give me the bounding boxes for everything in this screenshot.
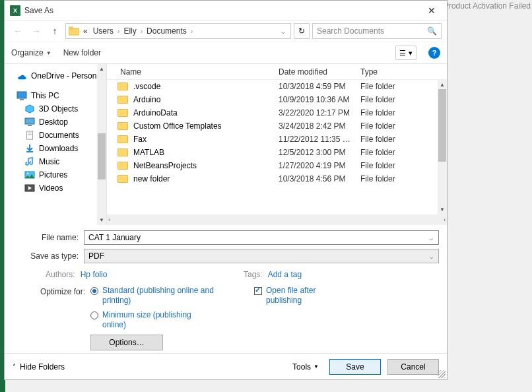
address-dropdown-icon[interactable]: ⌵	[279, 28, 288, 35]
tags-label: Tags:	[244, 270, 263, 279]
cancel-button[interactable]: Cancel	[387, 359, 439, 375]
file-rows: .vscode10/3/2018 4:59 PMFile folderArdui…	[107, 80, 447, 214]
nav-label: Downloads	[39, 144, 78, 153]
col-type[interactable]: Type	[360, 67, 447, 77]
list-vscrollbar[interactable]: ▲ ▼	[438, 80, 447, 214]
nav-documents[interactable]: Documents	[5, 129, 106, 142]
svg-rect-1	[69, 27, 73, 29]
radio-minimum[interactable]: Minimum size (publishing online)	[90, 310, 216, 331]
radio-standard[interactable]: Standard (publishing online and printing…	[90, 286, 216, 306]
crumb-elly[interactable]: Elly	[122, 26, 137, 36]
file-name-input[interactable]: CAT 1 January ⌵	[84, 230, 439, 245]
table-row[interactable]: Custom Office Templates3/24/2018 2:42 PM…	[107, 119, 447, 133]
navigation-pane: OneDrive - Person This PC 3D Objects Des…	[5, 64, 107, 225]
crumb-sep: ›	[117, 28, 119, 35]
nav-onedrive[interactable]: OneDrive - Person	[5, 69, 106, 82]
radio-standard-label: Standard (publishing online and printing…	[102, 286, 216, 306]
file-name: Custom Office Templates	[133, 121, 222, 131]
table-row[interactable]: .vscode10/3/2018 4:59 PMFile folder	[107, 80, 447, 93]
col-date[interactable]: Date modified	[279, 67, 360, 77]
folder-icon	[117, 82, 128, 90]
crumb-documents[interactable]: Documents	[145, 26, 188, 36]
file-name-label: File name:	[13, 233, 84, 242]
file-type: File folder	[360, 108, 447, 117]
list-vscrollbar-thumb[interactable]	[438, 89, 446, 162]
folder-icon	[117, 109, 128, 117]
organize-button[interactable]: Organize ▼	[11, 48, 51, 57]
optimize-label: Optimize for:	[40, 286, 85, 350]
file-type: File folder	[360, 135, 447, 144]
save-type-select[interactable]: PDF ⌵	[84, 249, 439, 263]
tags-add-link[interactable]: Add a tag	[268, 270, 302, 279]
nav-label: 3D Objects	[39, 104, 78, 114]
activation-failed-text: Product Activation Failed	[444, 1, 531, 11]
options-button[interactable]: Options…	[90, 335, 163, 350]
nav-videos[interactable]: Videos	[5, 181, 106, 195]
save-button[interactable]: Save	[329, 359, 381, 375]
search-icon: 🔍	[427, 26, 437, 36]
search-input[interactable]: Search Documents 🔍	[312, 23, 442, 39]
table-row[interactable]: Arduino10/9/2019 10:36 AMFile folder	[107, 93, 447, 106]
dropdown-icon[interactable]: ⌵	[425, 251, 437, 263]
nav-pictures[interactable]: Pictures	[5, 168, 106, 181]
refresh-button[interactable]: ↻	[294, 23, 310, 39]
meta-row: Authors: Hp folio Tags: Add a tag	[13, 267, 439, 280]
close-button[interactable]: ✕	[422, 3, 442, 18]
nav-3d-objects[interactable]: 3D Objects	[5, 102, 106, 115]
table-row[interactable]: Fax11/22/2012 11:35 …File folder	[107, 133, 447, 146]
radio-minimum-label: Minimum size (publishing online)	[102, 310, 216, 331]
chevron-down-icon: ▼	[46, 50, 51, 56]
dropdown-icon[interactable]: ⌵	[425, 232, 437, 244]
tools-dropdown[interactable]: Tools ▼	[288, 360, 323, 374]
navpane-scrollbar-thumb[interactable]	[98, 133, 106, 180]
nav-downloads[interactable]: Downloads	[5, 142, 106, 155]
list-hscrollbar[interactable]: ‹ ›	[107, 214, 447, 225]
scroll-up-icon[interactable]: ▲	[438, 80, 447, 89]
file-type: File folder	[360, 161, 447, 170]
file-name: .vscode	[133, 82, 160, 91]
help-button[interactable]: ?	[428, 47, 440, 59]
open-after-label: Open file after publishing	[266, 286, 339, 306]
nav-onedrive-label: OneDrive - Person	[31, 71, 96, 81]
scroll-left-icon[interactable]: ‹	[108, 216, 110, 223]
nav-desktop[interactable]: Desktop	[5, 115, 106, 129]
back-button[interactable]: ←	[10, 23, 26, 39]
save-button-label: Save	[346, 362, 364, 372]
open-after-checkbox[interactable]: Open file after publishing	[254, 286, 339, 306]
table-row[interactable]: new folder10/3/2018 4:56 PMFile folder	[107, 172, 447, 185]
chevron-down-icon: ▼	[314, 364, 319, 370]
table-row[interactable]: MATLAB12/5/2012 3:00 PMFile folder	[107, 146, 447, 159]
file-type: File folder	[360, 82, 447, 91]
file-type: File folder	[360, 95, 447, 104]
authors-value[interactable]: Hp folio	[81, 270, 108, 279]
downloads-icon	[24, 144, 35, 153]
dialog-title: Save As	[24, 6, 422, 15]
nav-this-pc[interactable]: This PC	[5, 89, 106, 102]
body-split: OneDrive - Person This PC 3D Objects Des…	[5, 64, 447, 225]
pictures-icon	[24, 170, 35, 180]
file-name-row: File name: CAT 1 January ⌵	[13, 230, 439, 245]
scroll-down-icon[interactable]: ▼	[97, 216, 106, 225]
options-button-label: Options…	[109, 338, 144, 347]
chevron-up-icon: ˄	[13, 363, 16, 370]
file-name: ArduinoData	[133, 108, 178, 117]
svg-rect-3	[20, 99, 24, 100]
scroll-up-icon[interactable]: ▲	[97, 64, 106, 73]
cancel-button-label: Cancel	[401, 362, 425, 372]
nav-music[interactable]: Music	[5, 155, 106, 168]
resize-grip[interactable]	[438, 370, 446, 378]
col-name[interactable]: Name	[117, 67, 279, 77]
view-mode-button[interactable]: ☰ ▾	[395, 46, 416, 60]
table-row[interactable]: ArduinoData3/22/2020 12:17 PMFile folder	[107, 106, 447, 119]
forward-button[interactable]: →	[28, 23, 44, 39]
crumb-users[interactable]: Users	[92, 26, 115, 36]
scroll-down-icon[interactable]: ▼	[438, 205, 447, 214]
new-folder-label: New folder	[63, 48, 101, 57]
scroll-right-icon[interactable]: ›	[444, 216, 446, 223]
address-bar[interactable]: « Users › Elly › Documents › ⌵	[65, 23, 291, 39]
new-folder-button[interactable]: New folder	[63, 48, 101, 57]
hide-folders-toggle[interactable]: ˄ Hide Folders	[13, 362, 65, 372]
hide-folders-label: Hide Folders	[20, 362, 65, 372]
table-row[interactable]: NetBeansProjects1/27/2020 4:19 PMFile fo…	[107, 159, 447, 172]
up-button[interactable]: ↑	[47, 23, 63, 39]
